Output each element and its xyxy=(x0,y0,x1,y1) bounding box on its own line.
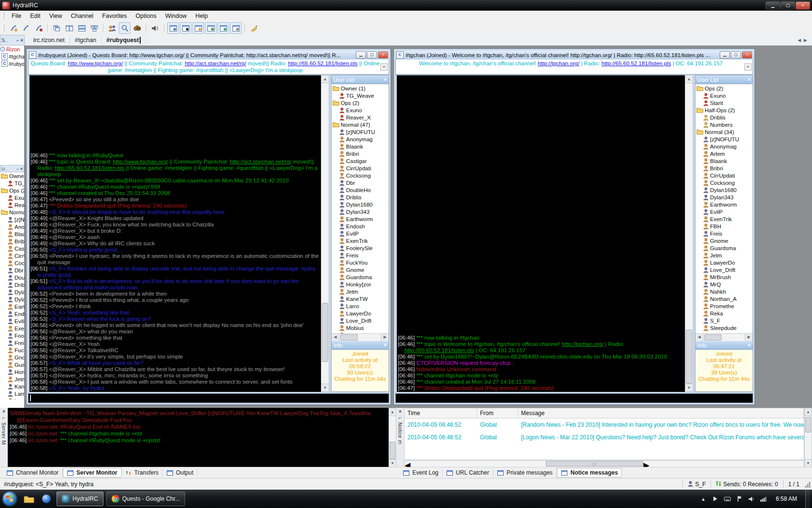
userlist-user[interactable]: Endosh xyxy=(332,223,389,230)
userlist-user[interactable]: Mobius xyxy=(332,324,389,331)
close-icon[interactable]: × xyxy=(384,343,387,348)
userlist-user[interactable]: Northan_A xyxy=(696,295,753,302)
userlist-user[interactable]: Anonymag xyxy=(332,135,389,143)
userlist-user[interactable]: Guardsma xyxy=(696,244,753,252)
session-tab-rubyquest[interactable]: #rubyquest xyxy=(102,37,146,44)
taskbar-app-hydrairc[interactable]: HydraIRC xyxy=(57,492,103,506)
userlist-user[interactable]: Love_Drift xyxy=(696,266,753,273)
userlist-user[interactable]: Earthworm xyxy=(696,201,753,208)
userlist-user[interactable]: Blaank xyxy=(0,230,24,238)
userlist-user[interactable]: Reka xyxy=(696,310,753,317)
toolbar-grip[interactable] xyxy=(2,25,4,31)
scroll-up-icon[interactable]: ▲ xyxy=(321,75,329,83)
menu-item-favorites[interactable]: Favorites xyxy=(98,12,131,20)
userlist-user[interactable]: Endosh xyxy=(0,310,24,317)
userlist-user[interactable]: CirrUpdati xyxy=(0,252,24,259)
userlist-user[interactable]: Cocksong xyxy=(332,172,389,179)
userlist-user[interactable]: EvilP xyxy=(332,230,389,237)
tab-event-log[interactable]: Event Log xyxy=(399,468,443,477)
userlist-user[interactable]: Anonymag xyxy=(0,223,24,230)
userlist-user[interactable]: Numbers xyxy=(696,121,753,128)
tab-private-messages[interactable]: Private messages xyxy=(493,468,557,477)
userlist-user[interactable]: DoubleHo xyxy=(332,186,389,194)
link[interactable]: http://tgchan.org/ xyxy=(562,341,603,347)
chat-area[interactable]: [06:46] *** now talking in #tgchan[06:46… xyxy=(395,75,685,392)
userlist-user[interactable]: Bribri xyxy=(696,164,753,172)
userlist-user[interactable]: KaneTW xyxy=(332,295,389,302)
tab-server-monitor[interactable]: Server Monitor xyxy=(63,468,122,478)
userlist-user[interactable]: ExenTrik xyxy=(0,325,24,332)
userlist-user[interactable]: Dbr xyxy=(0,267,24,274)
pin-icon[interactable]: ⌐ xyxy=(16,38,19,43)
show-desktop-button[interactable] xyxy=(805,490,810,508)
userlist-user[interactable]: FuckYou xyxy=(332,259,389,266)
userlist-group[interactable]: Ops (2) xyxy=(332,99,389,106)
scroll-up-icon[interactable]: ▲ xyxy=(685,75,693,83)
child-maximize-button[interactable]: ▢ xyxy=(367,51,377,59)
userlist-user[interactable]: EvilP xyxy=(696,208,753,215)
quick-connect-icon[interactable] xyxy=(20,22,32,34)
userlist-user[interactable]: DoubleHo xyxy=(0,274,24,281)
flag-icon[interactable] xyxy=(736,495,743,503)
userlist-user[interactable]: Cocksong xyxy=(696,179,753,186)
userlist-user[interactable]: Bribri xyxy=(0,238,24,245)
server-tree-item-channel[interactable]: C#tgchan xyxy=(0,53,24,60)
tab-notice-messages[interactable]: Notice messages xyxy=(557,468,622,478)
column-header-message[interactable]: Message xyxy=(518,408,804,418)
scroll-up-icon[interactable]: ▲ xyxy=(805,408,812,416)
network-icon[interactable] xyxy=(760,495,768,503)
resize-grip[interactable] xyxy=(804,480,811,488)
taskbar-clock[interactable]: 6:58 AM xyxy=(772,495,801,502)
userlist-user[interactable]: Driblis xyxy=(332,194,389,201)
tab-scroll-right-icon[interactable]: ▶ xyxy=(804,38,807,43)
menu-item-options[interactable]: Options xyxy=(131,12,161,20)
scroll-left-icon[interactable]: ◀ xyxy=(332,334,339,341)
userlist-user[interactable]: Earthworm xyxy=(0,303,24,310)
userlist-user[interactable]: KaneTW xyxy=(0,383,24,390)
userlist-user[interactable]: Exuno xyxy=(0,194,24,201)
toggle-userlist-panel-icon[interactable] xyxy=(192,22,204,34)
child-titlebar[interactable]: C #tgchan (Joined) - Welcome to #tgchan,… xyxy=(395,50,753,60)
scroll-left-icon[interactable]: ◀ xyxy=(696,334,703,341)
scroll-right-icon[interactable]: ▶ xyxy=(745,334,753,341)
search-icon[interactable] xyxy=(119,22,130,34)
userlist-user[interactable]: TG_Weave xyxy=(332,92,389,99)
monitor-scrollbar[interactable]: ▲ ▼ xyxy=(389,408,396,467)
session-tab-tgchan[interactable]: #tgchan xyxy=(70,37,102,44)
keyboard-icon[interactable] xyxy=(724,495,731,503)
tile-windows-horizontally-icon[interactable] xyxy=(76,22,87,34)
cascade-windows-icon[interactable] xyxy=(51,22,62,34)
userlist-user[interactable]: Promethe xyxy=(696,302,753,310)
column-header-from[interactable]: From xyxy=(477,408,518,418)
link[interactable]: http://65.60.52.181/listen.pls xyxy=(288,60,358,66)
volume-icon[interactable] xyxy=(748,495,755,503)
userlist-user[interactable]: Larro xyxy=(332,302,389,310)
link[interactable]: http://65.60.52.181/listen.pls xyxy=(55,165,124,171)
link[interactable]: http://www.tgchan.org/ xyxy=(68,60,123,66)
userlist-user[interactable]: S_F xyxy=(696,317,753,324)
userlist-user[interactable]: Jetm xyxy=(696,252,753,259)
tab-output[interactable]: Output xyxy=(163,468,198,477)
userlist-user[interactable]: LawyerDo xyxy=(332,310,389,317)
userlist-user[interactable]: Freis xyxy=(696,230,753,237)
server-tree-dock-caption[interactable]: S.. ⌐ × xyxy=(0,35,25,45)
userlist-user[interactable]: [z]NOFUTU xyxy=(696,135,753,143)
userlist-user[interactable]: FoolerySle xyxy=(332,244,389,252)
userlist-user[interactable]: Honky[zor xyxy=(0,368,24,375)
scroll-right-icon[interactable]: ▶ xyxy=(643,461,649,467)
userlist-user[interactable]: Dylan343 xyxy=(696,194,753,201)
close-icon[interactable]: × xyxy=(20,166,23,171)
link[interactable]: http://act.starchan.net/rq/ xyxy=(185,60,246,66)
userlist-user[interactable]: Nahkh xyxy=(696,288,753,295)
channel-list-icon[interactable] xyxy=(131,22,143,34)
userlist-dock-caption[interactable]: U.. ⌐ × xyxy=(0,165,24,172)
userlist-user[interactable]: Blaank xyxy=(332,143,389,150)
close-icon[interactable]: × xyxy=(380,63,388,71)
tab-channel-monitor[interactable]: Channel Monitor xyxy=(3,468,63,477)
toggle-transfers-panel-icon[interactable] xyxy=(218,22,229,34)
userlist-user[interactable]: ExenTrik xyxy=(332,237,389,244)
pin-icon[interactable]: ⌐ xyxy=(16,166,19,171)
menu-item-view[interactable]: View xyxy=(45,12,67,20)
sounds-icon[interactable] xyxy=(149,22,161,34)
userlist-group[interactable]: Ops (2) xyxy=(0,187,24,194)
